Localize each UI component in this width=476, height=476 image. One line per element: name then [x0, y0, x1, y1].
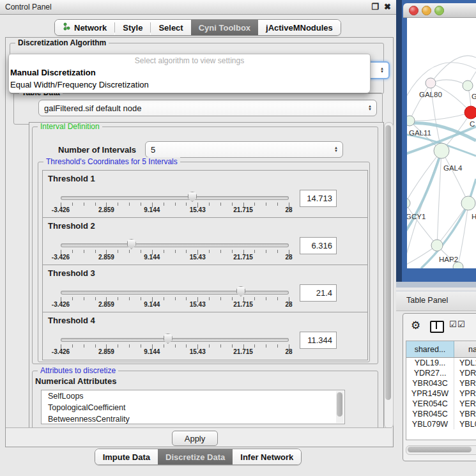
slider-tick [254, 250, 255, 253]
network-node[interactable] [464, 106, 476, 119]
network-edge[interactable] [437, 203, 468, 245]
slider-tick [95, 203, 96, 206]
tab-label: Discretize Data [165, 452, 225, 462]
slider-scale-label: 9.144 [144, 254, 160, 261]
control-panel-titlebar: Control Panel ❐ ✖ [0, 0, 396, 15]
tab-cyni-toolbox[interactable]: Cyni Toolbox [191, 20, 258, 35]
float-window-icon[interactable]: ❐ [371, 2, 379, 12]
column-header-shared[interactable]: shared... [406, 341, 454, 357]
tab-infer-network[interactable]: Infer Network [233, 449, 301, 464]
network-node[interactable] [434, 143, 449, 158]
slider-tick [141, 344, 141, 348]
table-row[interactable]: YDR27...YDR2 [406, 368, 476, 378]
slider-track[interactable] [61, 291, 289, 295]
numerical-attributes-list[interactable]: SelfLoopsTopologicalCoefficientBetweenne… [41, 390, 345, 424]
number-of-intervals-spinner[interactable]: 5 ▲▼ [145, 141, 343, 158]
threshold-value-field[interactable]: 21.4 [300, 284, 337, 302]
table-header-row: shared... na [406, 341, 476, 358]
table-row[interactable]: YPR145WYPR1 [406, 388, 476, 399]
slider-tick [232, 203, 233, 206]
tab-discretize-data[interactable]: Discretize Data [158, 449, 233, 464]
dropdown-prompt[interactable]: Select algorithm to view settings [9, 55, 370, 66]
network-node[interactable] [426, 78, 436, 88]
apply-row: Apply [6, 427, 392, 447]
column-header-name[interactable]: na [454, 341, 476, 357]
cell-name: YBL0 [454, 419, 476, 429]
close-window-icon[interactable]: ✖ [384, 2, 391, 12]
slider-thumb[interactable] [188, 192, 197, 202]
minimize-button[interactable] [422, 6, 431, 15]
slider-thumb[interactable] [236, 286, 245, 296]
slider-tick [95, 344, 96, 348]
select-rows-icon[interactable]: ☑ [457, 319, 465, 329]
slider-tick [175, 297, 176, 300]
slider-tick [141, 203, 141, 206]
slider-track[interactable] [61, 338, 289, 342]
dropdown-item-equal-width-frequency-discretization[interactable]: Equal Width/Frequency Discretization [9, 79, 370, 91]
dropdown-item-manual-discretization[interactable]: Manual Discretization [9, 66, 370, 79]
table-row[interactable]: YDL19...YDL1 [406, 358, 476, 368]
scrollbar-thumb[interactable] [385, 125, 391, 400]
list-scrollbar[interactable] [336, 391, 344, 423]
tab-style[interactable]: Style [115, 20, 150, 35]
tab-select[interactable]: Select [151, 20, 190, 35]
table-row[interactable]: YBR045CYBR0 [406, 409, 476, 419]
split-pane-icon[interactable] [430, 321, 444, 333]
slider-tick [254, 297, 255, 300]
tab-network[interactable]: Network [55, 20, 114, 35]
slider-tick [129, 250, 130, 253]
select-columns-icon[interactable]: ☑ [449, 319, 457, 329]
gear-icon[interactable]: ⚙ [411, 320, 420, 331]
network-edge[interactable] [441, 151, 468, 203]
slider-track[interactable] [61, 243, 289, 247]
node-table[interactable]: shared... na YDL19...YDL1YDR27...YDR2YBR… [406, 341, 476, 440]
apply-button[interactable]: Apply [172, 431, 218, 446]
network-edge[interactable] [431, 80, 468, 86]
scrollbar-thumb[interactable] [408, 447, 472, 452]
network-edge[interactable] [410, 83, 431, 121]
slider-track[interactable] [61, 196, 289, 200]
table-row[interactable]: YER054CYER0 [406, 399, 476, 409]
network-node[interactable] [431, 240, 443, 251]
slider-scale-label: 2.859 [98, 206, 114, 213]
slider-tick [186, 344, 187, 348]
spinner-value: 5 [151, 145, 155, 155]
slider-tick [129, 203, 130, 206]
network-node[interactable] [407, 116, 415, 126]
tab-impute-data[interactable]: Impute Data [95, 449, 158, 464]
network-node[interactable] [463, 81, 473, 91]
list-item[interactable]: BetweennessCentrality [42, 413, 344, 424]
network-window-titlebar[interactable] [403, 3, 476, 18]
table-hscrollbar[interactable] [406, 445, 476, 455]
panel-scrollbar[interactable] [384, 122, 394, 429]
slider-thumb[interactable] [164, 334, 173, 344]
slider-tick [232, 250, 233, 253]
settings-scroll-area: Interval Definition Number of Intervals … [29, 122, 384, 429]
zoom-button[interactable] [434, 6, 444, 15]
table-data-combo[interactable]: galFiltered.sif default node ▲▼ [38, 100, 377, 116]
list-item[interactable]: TopologicalCoefficient [42, 402, 344, 413]
network-edge[interactable] [431, 56, 476, 83]
slider-tick [209, 297, 210, 300]
network-edge[interactable] [410, 112, 471, 121]
tab-jactivemnodules[interactable]: jActiveMNodules [258, 20, 341, 35]
scrollbar-thumb[interactable] [337, 392, 342, 417]
network-node[interactable] [461, 196, 475, 210]
cell-shared-name: YBL079W [406, 419, 454, 429]
table-row[interactable]: YBL079WYBL0 [406, 419, 476, 429]
threshold-value-field[interactable]: 14.713 [300, 190, 337, 207]
slider-tick [72, 344, 73, 348]
slider-tick [141, 250, 141, 253]
slider-tick [254, 203, 255, 206]
list-item[interactable]: SelfLoops [42, 390, 344, 402]
network-canvas[interactable]: GAL80GCGAL11GAL4GCY1HHAP2 [407, 18, 476, 268]
slider-scale-label: 28 [285, 348, 292, 355]
close-button[interactable] [409, 6, 418, 15]
network-edge-thick[interactable] [407, 151, 441, 234]
slider-thumb[interactable] [127, 239, 136, 249]
table-row[interactable]: YBR043CYBR0 [406, 378, 476, 388]
threshold-value-field[interactable]: 6.316 [300, 237, 337, 254]
network-node[interactable] [407, 198, 410, 208]
node-label: GAL11 [409, 129, 431, 137]
threshold-value-field[interactable]: 11.344 [300, 332, 337, 349]
